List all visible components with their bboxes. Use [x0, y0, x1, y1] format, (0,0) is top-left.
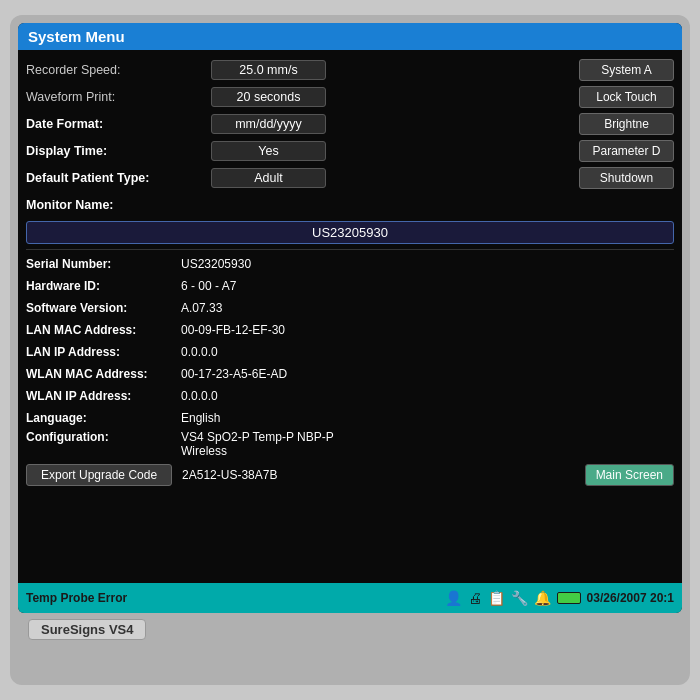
row-patient-type: Default Patient Type: Adult Shutdown: [18, 165, 682, 191]
battery-icon: [557, 592, 581, 604]
date-format-value[interactable]: mm/dd/yyyy: [211, 114, 326, 134]
wlan-ip-label: WLAN IP Address:: [26, 389, 181, 403]
right-btn-brightness: Brightne: [579, 113, 674, 135]
language-value: English: [181, 411, 220, 425]
info-section: Serial Number: US23205930 Hardware ID: 6…: [18, 252, 682, 460]
config-label: Configuration:: [26, 430, 181, 444]
brightness-button[interactable]: Brightne: [579, 113, 674, 135]
software-label: Software Version:: [26, 301, 181, 315]
info-lan-ip: LAN IP Address: 0.0.0.0: [26, 342, 674, 362]
device-label: SureSigns VS4: [28, 619, 146, 640]
shutdown-button[interactable]: Shutdown: [579, 167, 674, 189]
right-btn-system-a: System A: [579, 59, 674, 81]
recorder-speed-label: Recorder Speed:: [26, 63, 211, 77]
clipboard-icon: 📋: [488, 590, 505, 606]
print-icon: 🖨: [468, 590, 482, 606]
status-bar: Temp Probe Error 👤 🖨 📋 🔧 🔔 03/26/2007 20…: [18, 583, 682, 613]
row-display-time: Display Time: Yes Parameter D: [18, 138, 682, 164]
device-outer: System Menu Recorder Speed: 25.0 mm/s Sy…: [10, 15, 690, 685]
main-screen-button[interactable]: Main Screen: [585, 464, 674, 486]
lock-touch-button[interactable]: Lock Touch: [579, 86, 674, 108]
screen: System Menu Recorder Speed: 25.0 mm/s Sy…: [18, 23, 682, 613]
title-bar: System Menu: [18, 23, 682, 50]
lan-ip-value: 0.0.0.0: [181, 345, 218, 359]
language-label: Language:: [26, 411, 181, 425]
waveform-print-label: Waveform Print:: [26, 90, 211, 104]
main-content: Recorder Speed: 25.0 mm/s System A Wavef…: [18, 50, 682, 583]
lan-mac-label: LAN MAC Address:: [26, 323, 181, 337]
serial-label: Serial Number:: [26, 257, 181, 271]
export-row: Export Upgrade Code 2A512-US-38A7B Main …: [18, 460, 682, 490]
config-value: VS4 SpO2-P Temp-P NBP-P Wireless: [181, 430, 334, 458]
recorder-speed-value[interactable]: 25.0 mm/s: [211, 60, 326, 80]
wlan-mac-label: WLAN MAC Address:: [26, 367, 181, 381]
wlan-mac-value: 00-17-23-A5-6E-AD: [181, 367, 287, 381]
lan-ip-label: LAN IP Address:: [26, 345, 181, 359]
divider: [26, 249, 674, 250]
person-icon: 👤: [445, 590, 462, 606]
row-waveform-print: Waveform Print: 20 seconds Lock Touch: [18, 84, 682, 110]
status-error-text: Temp Probe Error: [26, 591, 127, 605]
right-btn-lock-touch: Lock Touch: [579, 86, 674, 108]
info-lan-mac: LAN MAC Address: 00-09-FB-12-EF-30: [26, 320, 674, 340]
right-btn-shutdown: Shutdown: [579, 167, 674, 189]
row-date-format: Date Format: mm/dd/yyyy Brightne: [18, 111, 682, 137]
info-wlan-ip: WLAN IP Address: 0.0.0.0: [26, 386, 674, 406]
device-label-area: SureSigns VS4: [18, 615, 682, 644]
info-software: Software Version: A.07.33: [26, 298, 674, 318]
monitor-name-box-row: US23205930: [18, 218, 682, 247]
date-format-label: Date Format:: [26, 117, 211, 131]
monitor-name-value[interactable]: US23205930: [26, 221, 674, 244]
status-icons-area: 👤 🖨 📋 🔧 🔔 03/26/2007 20:1: [445, 590, 674, 606]
row-monitor-name: Monitor Name:: [18, 192, 682, 218]
title-text: System Menu: [28, 28, 125, 45]
display-time-value[interactable]: Yes: [211, 141, 326, 161]
status-datetime: 03/26/2007 20:1: [587, 591, 674, 605]
serial-value: US23205930: [181, 257, 251, 271]
export-code-value: 2A512-US-38A7B: [182, 468, 277, 482]
bell-icon: 🔔: [534, 590, 551, 606]
parameter-d-button[interactable]: Parameter D: [579, 140, 674, 162]
wlan-ip-value: 0.0.0.0: [181, 389, 218, 403]
info-language: Language: English: [26, 408, 674, 428]
info-hardware: Hardware ID: 6 - 00 - A7: [26, 276, 674, 296]
hardware-value: 6 - 00 - A7: [181, 279, 236, 293]
wrench-icon: 🔧: [511, 590, 528, 606]
info-wlan-mac: WLAN MAC Address: 00-17-23-A5-6E-AD: [26, 364, 674, 384]
hardware-label: Hardware ID:: [26, 279, 181, 293]
waveform-print-value[interactable]: 20 seconds: [211, 87, 326, 107]
row-recorder-speed: Recorder Speed: 25.0 mm/s System A: [18, 57, 682, 83]
software-value: A.07.33: [181, 301, 222, 315]
lan-mac-value: 00-09-FB-12-EF-30: [181, 323, 285, 337]
export-upgrade-button[interactable]: Export Upgrade Code: [26, 464, 172, 486]
patient-type-value[interactable]: Adult: [211, 168, 326, 188]
settings-rows: Recorder Speed: 25.0 mm/s System A Wavef…: [18, 54, 682, 192]
right-btn-parameter: Parameter D: [579, 140, 674, 162]
system-a-button[interactable]: System A: [579, 59, 674, 81]
patient-type-label: Default Patient Type:: [26, 171, 211, 185]
monitor-name-label: Monitor Name:: [26, 198, 211, 212]
info-serial: Serial Number: US23205930: [26, 254, 674, 274]
info-config: Configuration: VS4 SpO2-P Temp-P NBP-P W…: [26, 430, 674, 458]
display-time-label: Display Time:: [26, 144, 211, 158]
